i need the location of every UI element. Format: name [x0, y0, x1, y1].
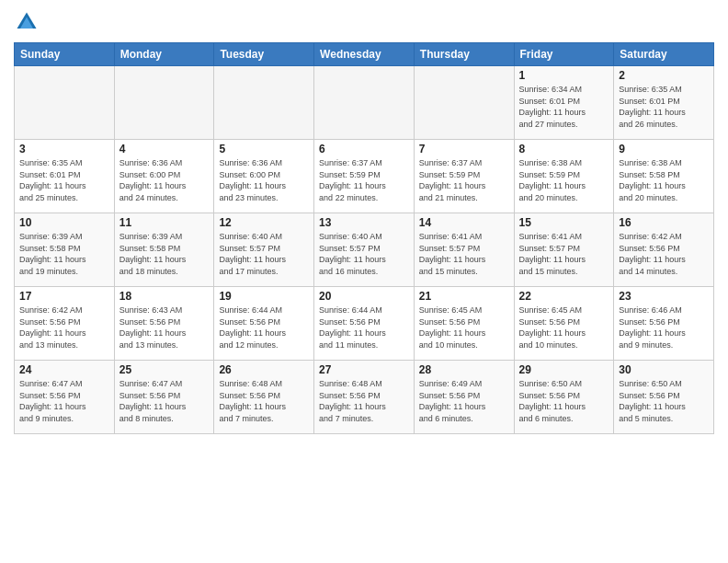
calendar-cell: 15Sunrise: 6:41 AM Sunset: 5:57 PM Dayli…: [514, 213, 614, 287]
calendar-cell: 23Sunrise: 6:46 AM Sunset: 5:56 PM Dayli…: [614, 287, 714, 361]
day-number: 10: [19, 216, 109, 229]
header: [14, 9, 714, 35]
calendar-cell: 9Sunrise: 6:38 AM Sunset: 5:58 PM Daylig…: [614, 140, 714, 213]
calendar-cell: 11Sunrise: 6:39 AM Sunset: 5:58 PM Dayli…: [114, 213, 214, 287]
calendar-week-row: 3Sunrise: 6:35 AM Sunset: 6:01 PM Daylig…: [15, 140, 714, 213]
weekday-header: Saturday: [614, 43, 714, 66]
calendar-cell: [114, 66, 214, 140]
day-number: 15: [519, 216, 609, 229]
logo-icon: [14, 9, 40, 35]
day-number: 12: [219, 216, 309, 229]
day-info: Sunrise: 6:48 AM Sunset: 5:56 PM Dayligh…: [319, 378, 409, 424]
day-info: Sunrise: 6:45 AM Sunset: 5:56 PM Dayligh…: [519, 304, 609, 350]
weekday-header: Wednesday: [314, 43, 415, 66]
calendar: SundayMondayTuesdayWednesdayThursdayFrid…: [14, 42, 714, 434]
day-info: Sunrise: 6:47 AM Sunset: 5:56 PM Dayligh…: [19, 378, 109, 424]
weekday-header: Tuesday: [214, 43, 314, 66]
calendar-header-row: SundayMondayTuesdayWednesdayThursdayFrid…: [15, 43, 714, 66]
calendar-cell: [214, 66, 314, 140]
day-number: 18: [119, 290, 210, 303]
day-info: Sunrise: 6:41 AM Sunset: 5:57 PM Dayligh…: [519, 231, 609, 277]
calendar-cell: 19Sunrise: 6:44 AM Sunset: 5:56 PM Dayli…: [214, 287, 314, 361]
weekday-header: Thursday: [414, 43, 514, 66]
day-info: Sunrise: 6:44 AM Sunset: 5:56 PM Dayligh…: [219, 304, 309, 350]
day-number: 25: [119, 363, 210, 376]
day-number: 9: [619, 143, 709, 155]
day-number: 14: [419, 216, 509, 229]
weekday-header: Monday: [114, 43, 214, 66]
calendar-cell: 5Sunrise: 6:36 AM Sunset: 6:00 PM Daylig…: [214, 140, 314, 213]
calendar-cell: 29Sunrise: 6:50 AM Sunset: 5:56 PM Dayli…: [514, 361, 614, 434]
calendar-cell: [15, 66, 115, 140]
calendar-week-row: 17Sunrise: 6:42 AM Sunset: 5:56 PM Dayli…: [15, 287, 714, 361]
weekday-header: Sunday: [15, 43, 115, 66]
calendar-cell: 17Sunrise: 6:42 AM Sunset: 5:56 PM Dayli…: [15, 287, 115, 361]
day-number: 13: [319, 216, 409, 229]
day-info: Sunrise: 6:38 AM Sunset: 5:58 PM Dayligh…: [619, 157, 709, 203]
day-info: Sunrise: 6:38 AM Sunset: 5:59 PM Dayligh…: [519, 157, 609, 203]
day-number: 1: [519, 69, 609, 82]
calendar-cell: 12Sunrise: 6:40 AM Sunset: 5:57 PM Dayli…: [214, 213, 314, 287]
day-number: 27: [319, 363, 409, 376]
calendar-week-row: 10Sunrise: 6:39 AM Sunset: 5:58 PM Dayli…: [15, 213, 714, 287]
calendar-cell: 24Sunrise: 6:47 AM Sunset: 5:56 PM Dayli…: [15, 361, 115, 434]
day-number: 11: [119, 216, 210, 229]
calendar-cell: 6Sunrise: 6:37 AM Sunset: 5:59 PM Daylig…: [314, 140, 415, 213]
day-info: Sunrise: 6:40 AM Sunset: 5:57 PM Dayligh…: [219, 231, 309, 277]
day-number: 23: [619, 290, 709, 303]
day-number: 19: [219, 290, 309, 303]
day-number: 26: [219, 363, 309, 376]
day-number: 29: [519, 363, 609, 376]
day-number: 7: [419, 143, 509, 155]
day-number: 6: [319, 143, 409, 155]
day-number: 24: [19, 363, 109, 376]
calendar-cell: 22Sunrise: 6:45 AM Sunset: 5:56 PM Dayli…: [514, 287, 614, 361]
calendar-cell: 25Sunrise: 6:47 AM Sunset: 5:56 PM Dayli…: [114, 361, 214, 434]
day-info: Sunrise: 6:36 AM Sunset: 6:00 PM Dayligh…: [119, 157, 210, 203]
calendar-cell: 28Sunrise: 6:49 AM Sunset: 5:56 PM Dayli…: [414, 361, 514, 434]
day-number: 30: [619, 363, 709, 376]
calendar-cell: 4Sunrise: 6:36 AM Sunset: 6:00 PM Daylig…: [114, 140, 214, 213]
calendar-cell: 18Sunrise: 6:43 AM Sunset: 5:56 PM Dayli…: [114, 287, 214, 361]
page: SundayMondayTuesdayWednesdayThursdayFrid…: [0, 0, 728, 443]
day-info: Sunrise: 6:41 AM Sunset: 5:57 PM Dayligh…: [419, 231, 509, 277]
calendar-cell: 27Sunrise: 6:48 AM Sunset: 5:56 PM Dayli…: [314, 361, 415, 434]
calendar-cell: 20Sunrise: 6:44 AM Sunset: 5:56 PM Dayli…: [314, 287, 415, 361]
day-number: 28: [419, 363, 509, 376]
calendar-cell: 10Sunrise: 6:39 AM Sunset: 5:58 PM Dayli…: [15, 213, 115, 287]
day-number: 5: [219, 143, 309, 155]
day-info: Sunrise: 6:43 AM Sunset: 5:56 PM Dayligh…: [119, 304, 210, 350]
day-info: Sunrise: 6:40 AM Sunset: 5:57 PM Dayligh…: [319, 231, 409, 277]
day-info: Sunrise: 6:34 AM Sunset: 6:01 PM Dayligh…: [519, 84, 609, 130]
day-info: Sunrise: 6:36 AM Sunset: 6:00 PM Dayligh…: [219, 157, 309, 203]
calendar-cell: 16Sunrise: 6:42 AM Sunset: 5:56 PM Dayli…: [614, 213, 714, 287]
day-number: 17: [19, 290, 109, 303]
day-number: 4: [119, 143, 210, 155]
day-info: Sunrise: 6:48 AM Sunset: 5:56 PM Dayligh…: [219, 378, 309, 424]
calendar-cell: 21Sunrise: 6:45 AM Sunset: 5:56 PM Dayli…: [414, 287, 514, 361]
calendar-cell: 7Sunrise: 6:37 AM Sunset: 5:59 PM Daylig…: [414, 140, 514, 213]
day-info: Sunrise: 6:50 AM Sunset: 5:56 PM Dayligh…: [519, 378, 609, 424]
day-info: Sunrise: 6:35 AM Sunset: 6:01 PM Dayligh…: [619, 84, 709, 130]
calendar-cell: [414, 66, 514, 140]
day-number: 8: [519, 143, 609, 155]
day-info: Sunrise: 6:35 AM Sunset: 6:01 PM Dayligh…: [19, 157, 109, 203]
day-number: 3: [19, 143, 109, 155]
day-number: 16: [619, 216, 709, 229]
day-info: Sunrise: 6:45 AM Sunset: 5:56 PM Dayligh…: [419, 304, 509, 350]
calendar-cell: 8Sunrise: 6:38 AM Sunset: 5:59 PM Daylig…: [514, 140, 614, 213]
day-info: Sunrise: 6:44 AM Sunset: 5:56 PM Dayligh…: [319, 304, 409, 350]
day-info: Sunrise: 6:39 AM Sunset: 5:58 PM Dayligh…: [119, 231, 210, 277]
day-number: 20: [319, 290, 409, 303]
calendar-week-row: 24Sunrise: 6:47 AM Sunset: 5:56 PM Dayli…: [15, 361, 714, 434]
day-info: Sunrise: 6:46 AM Sunset: 5:56 PM Dayligh…: [619, 304, 709, 350]
calendar-cell: 1Sunrise: 6:34 AM Sunset: 6:01 PM Daylig…: [514, 66, 614, 140]
calendar-cell: [314, 66, 415, 140]
day-info: Sunrise: 6:39 AM Sunset: 5:58 PM Dayligh…: [19, 231, 109, 277]
calendar-cell: 3Sunrise: 6:35 AM Sunset: 6:01 PM Daylig…: [15, 140, 115, 213]
day-info: Sunrise: 6:47 AM Sunset: 5:56 PM Dayligh…: [119, 378, 210, 424]
calendar-cell: 14Sunrise: 6:41 AM Sunset: 5:57 PM Dayli…: [414, 213, 514, 287]
day-info: Sunrise: 6:49 AM Sunset: 5:56 PM Dayligh…: [419, 378, 509, 424]
day-number: 22: [519, 290, 609, 303]
weekday-header: Friday: [514, 43, 614, 66]
